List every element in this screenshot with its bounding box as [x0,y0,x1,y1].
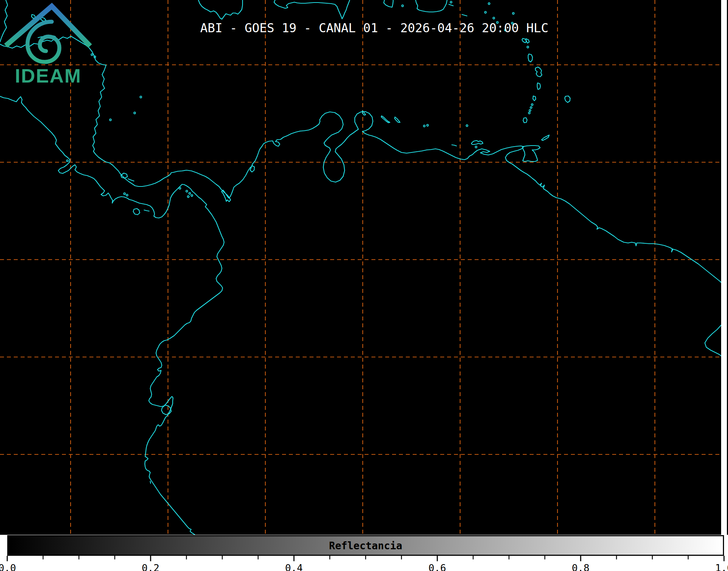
colorbar-tick-labels: 0.00.20.40.60.81.0 [0,562,728,571]
logo-wordmark: IDEAM [15,65,81,87]
coastline-lobos-island [150,481,151,483]
map-background [0,0,728,535]
logo-spiral-icon [28,22,59,62]
no-data-strip [721,0,727,535]
satellite-image-product: ABI - GOES 19 - CANAL 01 - 2026-04-26 20… [0,0,728,571]
colorbar-tick-label: 0.6 [429,562,446,571]
map-canvas [0,0,728,535]
map-area: ABI - GOES 19 - CANAL 01 - 2026-04-26 20… [0,0,728,535]
colorbar-ticks [0,556,728,563]
ideam-logo: IDEAM [0,0,98,87]
colorbar-tick-label: 0.0 [0,562,16,571]
logo-mountain-icon [6,6,90,46]
colorbar-tick-label: 0.4 [285,562,303,571]
image-title: ABI - GOES 19 - CANAL 01 - 2026-04-26 20… [200,22,548,34]
colorbar-tick-label: 1.0 [715,562,728,571]
colorbar-title: Reflectancia [329,540,402,552]
colorbar-tick-label: 0.2 [142,562,160,571]
colorbar-tick-label: 0.8 [572,562,590,571]
colorbar-area: Reflectancia 0.00.20.40.60.81.0 [0,535,728,571]
